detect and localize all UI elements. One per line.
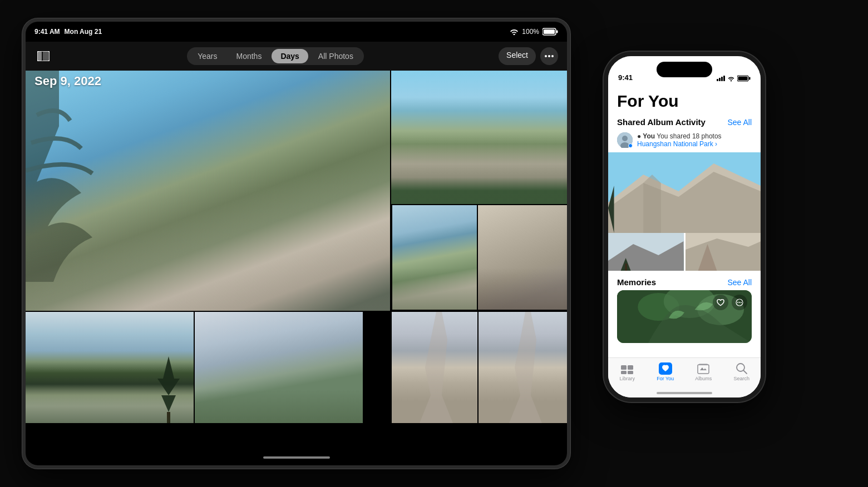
ipad-scroll-indicator — [263, 456, 330, 459]
ipad-battery: 100% — [522, 28, 539, 36]
memory-heart-button[interactable] — [713, 295, 728, 310]
for-you-tab-icon — [659, 362, 672, 375]
svg-rect-32 — [628, 371, 633, 374]
shared-album-see-all[interactable]: See All — [727, 118, 752, 127]
ipad-top-actions: Select — [499, 47, 558, 65]
grid-gap-v3 — [477, 205, 478, 311]
activity-text: ● You You shared 18 photos — [637, 132, 722, 140]
foryou-title: For You — [608, 84, 761, 115]
segment-years[interactable]: Years — [189, 49, 226, 63]
photo-br1[interactable] — [392, 312, 477, 423]
more-button[interactable] — [540, 47, 558, 65]
shared-album-photo-small-1[interactable] — [608, 233, 684, 271]
svg-rect-31 — [621, 371, 627, 374]
svg-rect-29 — [621, 365, 627, 370]
tab-albums[interactable]: Albums — [684, 362, 723, 381]
ellipsis-circle-icon — [736, 299, 743, 306]
grid-gap-v5 — [391, 312, 392, 423]
ipad-date: Mon Aug 21 — [65, 28, 102, 36]
photo-br2[interactable] — [479, 312, 567, 423]
memory-card[interactable] — [617, 290, 752, 343]
ellipsis-icon — [545, 55, 554, 57]
memory-actions — [713, 295, 747, 310]
tab-search-label: Search — [733, 376, 749, 381]
tab-library-label: Library — [619, 376, 635, 381]
activity-dot — [628, 143, 633, 148]
battery-icon — [542, 28, 558, 36]
search-tab-icon — [736, 362, 748, 375]
ipad-status-right: 100% — [510, 28, 558, 36]
svg-point-26 — [737, 302, 738, 303]
ipad-status-left: 9:41 AM Mon Aug 21 — [34, 28, 102, 36]
photo-bl[interactable] — [26, 312, 194, 423]
ipad-screen: 9:41 AM Mon Aug 21 100% — [26, 22, 567, 465]
tab-albums-label: Albums — [695, 376, 712, 381]
svg-point-8 — [551, 55, 554, 57]
tab-search[interactable]: Search — [723, 362, 761, 381]
memories-section: Memories See All — [608, 271, 761, 343]
small-photo-bg2 — [685, 233, 761, 271]
activity-info: ● You You shared 18 photos Huangshan Nat… — [637, 132, 722, 148]
heart-icon — [717, 299, 724, 306]
svg-rect-30 — [628, 365, 633, 370]
svg-point-6 — [545, 55, 547, 57]
iphone-screen: For You Shared Album Activity See All ● … — [608, 84, 761, 397]
signal-bars-icon — [717, 76, 725, 81]
tab-for-you-label: For You — [657, 376, 674, 381]
tab-library[interactable]: Library — [608, 362, 647, 381]
svg-point-27 — [739, 302, 740, 303]
memories-title: Memories — [617, 277, 656, 287]
photo-mr2[interactable] — [478, 205, 567, 310]
shared-album-main-photo[interactable] — [608, 152, 761, 233]
svg-point-7 — [548, 55, 550, 57]
photo-mr1[interactable] — [391, 205, 477, 310]
memory-more-button[interactable] — [732, 295, 747, 310]
select-button[interactable]: Select — [499, 47, 536, 65]
segment-months[interactable]: Months — [227, 49, 270, 63]
shared-album-title: Shared Album Activity — [617, 117, 706, 127]
shared-album-photo-bg — [608, 152, 761, 233]
shared-album-photo-small-2[interactable] — [685, 233, 761, 271]
photo-tr[interactable] — [391, 71, 567, 204]
svg-rect-11 — [738, 77, 748, 81]
albums-tab-icon — [697, 362, 710, 375]
shared-album-section-header: Shared Album Activity See All — [608, 115, 761, 130]
dynamic-island — [657, 62, 712, 77]
iphone-time: 9:41 — [618, 73, 633, 82]
wifi-icon — [510, 28, 519, 35]
iphone-battery-icon — [737, 75, 751, 82]
svg-rect-3 — [37, 51, 42, 61]
iphone-home-indicator — [657, 392, 712, 394]
ipad-time: 9:41 AM — [34, 28, 60, 36]
ipad-photo-grid — [26, 71, 567, 465]
iphone-status-icons — [717, 75, 751, 82]
iphone-device: 9:41 For You Share — [604, 52, 765, 402]
photo-main[interactable] — [26, 71, 390, 311]
segment-allphotos[interactable]: All Photos — [309, 49, 362, 63]
grid-gap-h1 — [26, 311, 567, 312]
svg-point-14 — [622, 136, 628, 141]
ipad-top-bar: Years Months Days All Photos Select — [26, 42, 567, 71]
photo-bm[interactable] — [195, 312, 363, 423]
svg-rect-19 — [625, 264, 627, 271]
shared-album-small-photos — [608, 233, 761, 271]
activity-item[interactable]: ● You You shared 18 photos Huangshan Nat… — [608, 130, 761, 152]
memories-see-all[interactable]: See All — [727, 278, 752, 287]
segment-days[interactable]: Days — [272, 49, 308, 63]
activity-you: ● You — [637, 132, 655, 140]
memories-section-header: Memories See All — [608, 275, 761, 290]
library-tab-icon — [620, 362, 634, 375]
small-photo-bg1 — [608, 233, 684, 271]
ipad-sidebar-button[interactable] — [34, 47, 52, 65]
svg-rect-12 — [749, 77, 751, 80]
svg-rect-1 — [544, 29, 555, 34]
grid-gap-v6 — [477, 312, 479, 423]
svg-point-28 — [741, 302, 742, 303]
tab-for-you[interactable]: For You — [647, 362, 685, 381]
ipad-device: 9:41 AM Mon Aug 21 100% — [22, 18, 570, 469]
svg-rect-2 — [556, 31, 558, 33]
grid-gap-v4 — [194, 312, 195, 423]
ipad-segment-control: Years Months Days All Photos — [187, 47, 364, 65]
activity-album-link[interactable]: Huangshan National Park › — [637, 140, 722, 148]
grid-gap-v2 — [391, 205, 392, 311]
